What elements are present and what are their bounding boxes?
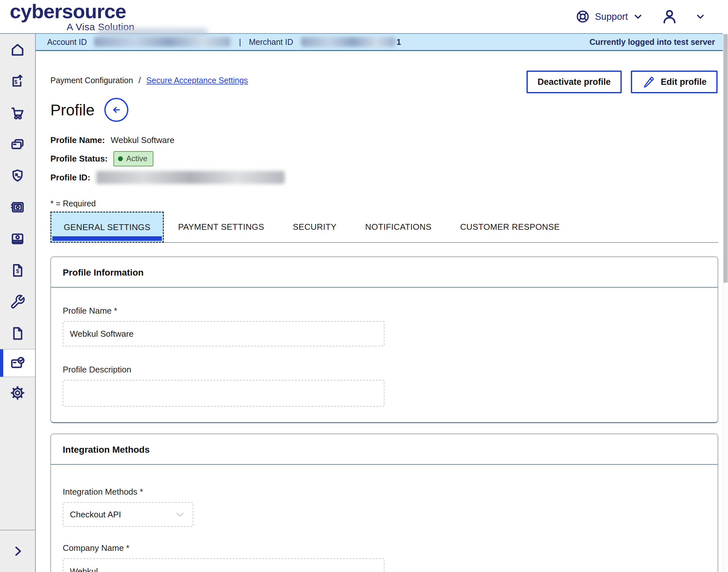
status-dot-icon xyxy=(118,156,123,161)
app-header: cybersource A Visa Solution Support xyxy=(0,0,728,33)
help-lifebuoy-icon xyxy=(575,9,590,24)
sidebar-item-documents[interactable] xyxy=(0,317,35,349)
sidebar-item-tools[interactable] xyxy=(0,286,35,317)
merchant-id-value-redacted xyxy=(301,37,395,47)
profile-information-card: Profile Information Profile Name * Webku… xyxy=(50,257,718,423)
sidebar-item-home[interactable] xyxy=(0,34,35,65)
profile-description-input[interactable] xyxy=(63,380,384,407)
tab-security-label: SECURITY xyxy=(293,222,337,232)
page-title: Profile xyxy=(50,101,94,119)
back-button[interactable] xyxy=(104,98,128,122)
sidebar-item-orders[interactable] xyxy=(0,97,35,128)
sidebar-item-payments[interactable]: $ xyxy=(0,65,35,97)
support-menu[interactable]: Support xyxy=(575,9,644,24)
edit-profile-button[interactable]: Edit profile xyxy=(631,71,718,93)
merchant-id-label: Merchant ID xyxy=(249,38,293,47)
tab-payment-settings-label: PAYMENT SETTINGS xyxy=(178,222,264,232)
account-id-value-redacted xyxy=(94,37,230,47)
pencil-icon xyxy=(642,75,656,89)
breadcrumb-section: Payment Configuration xyxy=(50,76,133,85)
arrow-left-icon xyxy=(110,103,123,117)
chevron-right-icon xyxy=(10,544,25,558)
wrench-icon xyxy=(10,294,25,310)
profile-name-input[interactable]: Webkul Software xyxy=(63,321,384,347)
invoice-icon: $ xyxy=(10,263,25,278)
logo-wordmark: cybersource xyxy=(10,1,135,21)
profile-information-title: Profile Information xyxy=(51,257,718,288)
sidebar-item-fraud-management[interactable] xyxy=(0,160,35,192)
integration-methods-title: Integration Methods xyxy=(51,434,718,465)
tab-bar: GENERAL SETTINGS PAYMENT SETTINGS SECURI… xyxy=(50,212,718,243)
svg-text:$: $ xyxy=(14,79,17,84)
document-icon xyxy=(10,326,25,341)
integration-methods-card: Integration Methods Integration Methods … xyxy=(50,434,718,572)
logo-tagline: A Visa Solution xyxy=(67,22,135,32)
svg-text:$: $ xyxy=(16,268,19,274)
tab-payment-settings[interactable]: PAYMENT SETTINGS xyxy=(164,212,279,242)
status-badge-label: Active xyxy=(126,154,147,163)
chevron-down-icon xyxy=(174,508,186,521)
sidebar-item-cash-management[interactable] xyxy=(0,223,35,255)
account-id-label: Account ID xyxy=(47,38,87,47)
sidebar-item-invoicing[interactable]: $ xyxy=(0,255,35,286)
cybersource-logo: cybersource A Visa Solution xyxy=(10,1,135,32)
bar-separator: | xyxy=(239,38,241,47)
home-icon xyxy=(10,42,25,58)
sidebar-item-vault[interactable] xyxy=(0,192,35,223)
account-bar: Account ID | Merchant ID 1 Currently log… xyxy=(36,34,728,51)
tab-notifications[interactable]: NOTIFICATIONS xyxy=(351,212,446,242)
sidebar-spacer xyxy=(0,409,35,530)
tab-security[interactable]: SECURITY xyxy=(279,212,351,242)
breadcrumb-link-secure-acceptance[interactable]: Secure Acceptance Settings xyxy=(146,76,248,85)
user-icon xyxy=(661,8,678,25)
breadcrumb: Payment Configuration / Secure Acceptanc… xyxy=(50,76,248,85)
status-badge: Active xyxy=(114,151,153,166)
company-name-field-label: Company Name * xyxy=(63,543,706,553)
breadcrumb-separator: / xyxy=(138,76,141,85)
deactivate-profile-label: Deactivate profile xyxy=(537,77,611,87)
payment-transfer-icon: $ xyxy=(10,73,25,89)
profile-name-value: Webkul Software xyxy=(111,135,174,145)
profile-id-label: Profile ID: xyxy=(50,172,90,183)
chevron-down-icon xyxy=(633,11,644,22)
edit-profile-label: Edit profile xyxy=(661,77,707,87)
card-check-icon xyxy=(10,355,25,371)
merchant-id-suffix: 1 xyxy=(396,38,401,47)
company-name-input[interactable]: Webkul xyxy=(63,558,384,572)
shopping-cart-icon xyxy=(10,105,25,121)
tab-customer-response[interactable]: CUSTOMER RESPONSE xyxy=(446,212,574,242)
scrollbar-thumb[interactable] xyxy=(723,34,728,283)
page-scrollbar[interactable] xyxy=(723,33,728,572)
test-server-status: Currently logged into test server xyxy=(590,38,715,47)
company-name-input-value: Webkul xyxy=(70,567,98,572)
tab-customer-response-label: CUSTOMER RESPONSE xyxy=(460,222,560,232)
integration-methods-select-value: Checkout API xyxy=(70,510,121,520)
profile-status-label: Profile Status: xyxy=(50,154,107,164)
vault-icon xyxy=(10,200,25,215)
fraud-shield-icon xyxy=(10,168,25,184)
sidebar-item-secure-acceptance[interactable] xyxy=(0,349,35,377)
required-note: * = Required xyxy=(50,199,718,208)
chevron-down-icon xyxy=(695,11,706,22)
deactivate-profile-button[interactable]: Deactivate profile xyxy=(526,71,622,93)
integration-methods-select[interactable]: Checkout API xyxy=(63,502,193,527)
gear-icon xyxy=(10,385,25,401)
profile-name-input-value: Webkul Software xyxy=(70,329,134,339)
cash-icon xyxy=(10,231,25,247)
sidebar-expand-button[interactable] xyxy=(0,530,35,572)
tab-notifications-label: NOTIFICATIONS xyxy=(365,222,432,232)
user-menu[interactable] xyxy=(661,8,706,25)
profile-name-label: Profile Name: xyxy=(50,135,105,145)
tab-general-settings[interactable]: GENERAL SETTINGS xyxy=(50,212,164,243)
profile-id-value-redacted xyxy=(96,171,285,184)
sidebar-nav: $ xyxy=(0,34,36,572)
profile-name-field-label: Profile Name * xyxy=(63,306,706,316)
sidebar-item-payment-cards[interactable] xyxy=(0,128,35,160)
integration-methods-field-label: Integration Methods * xyxy=(63,487,706,497)
credit-cards-icon xyxy=(10,137,25,152)
sidebar-item-settings[interactable] xyxy=(0,377,35,409)
tab-general-settings-label: GENERAL SETTINGS xyxy=(64,222,150,232)
profile-description-field-label: Profile Description xyxy=(63,365,706,375)
support-label: Support xyxy=(595,11,628,22)
